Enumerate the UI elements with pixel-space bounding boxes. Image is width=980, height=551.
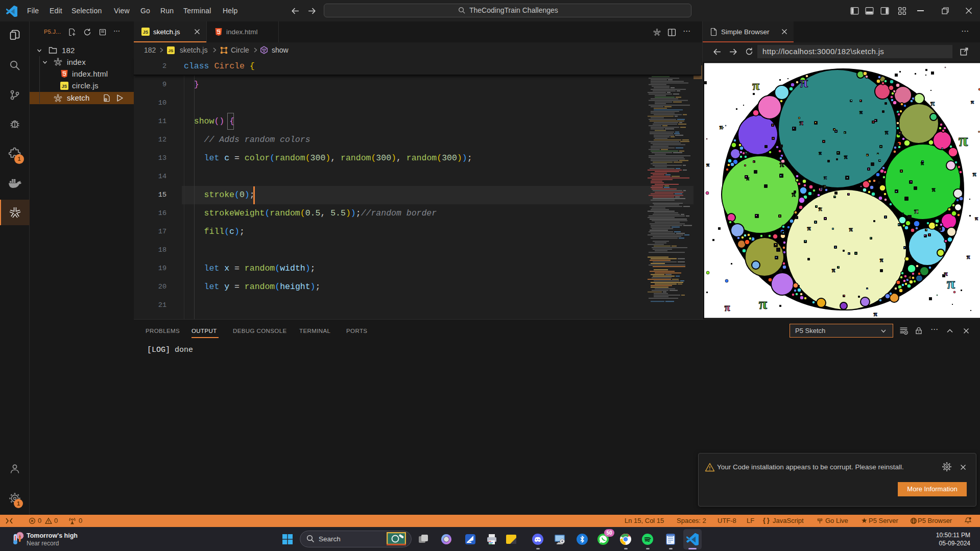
svg-text:π: π xyxy=(944,270,947,277)
svg-text:π: π xyxy=(759,295,768,312)
svg-text:1: 1 xyxy=(19,534,21,538)
svg-text:π: π xyxy=(823,183,826,189)
svg-text:π: π xyxy=(792,190,796,198)
svg-text:π: π xyxy=(900,210,903,218)
svg-text:π: π xyxy=(975,215,978,221)
svg-text:π: π xyxy=(819,150,822,156)
svg-text:π: π xyxy=(921,160,924,166)
svg-text:π: π xyxy=(844,153,848,160)
svg-text:π: π xyxy=(720,124,723,131)
svg-text:π: π xyxy=(972,170,976,178)
svg-text:π: π xyxy=(947,275,955,292)
svg-text:π: π xyxy=(762,231,766,237)
svg-text:π: π xyxy=(930,99,935,107)
svg-text:π: π xyxy=(807,224,810,232)
svg-text:π: π xyxy=(799,119,803,127)
svg-text:π: π xyxy=(780,160,784,169)
svg-text:π: π xyxy=(800,74,808,90)
svg-text:π: π xyxy=(873,310,877,318)
svg-text:π: π xyxy=(725,302,730,313)
svg-text:π: π xyxy=(932,186,936,193)
svg-text:π: π xyxy=(959,131,968,150)
svg-text:π: π xyxy=(880,256,883,263)
svg-text:π: π xyxy=(706,161,709,167)
svg-text:π: π xyxy=(849,225,852,233)
svg-text:π: π xyxy=(859,109,863,115)
svg-text:π: π xyxy=(967,253,970,260)
svg-text:π: π xyxy=(824,174,827,180)
svg-text:π: π xyxy=(819,184,823,192)
svg-text:π: π xyxy=(971,99,974,105)
svg-text:π: π xyxy=(832,267,835,274)
svg-text:π: π xyxy=(885,129,889,136)
svg-text:π: π xyxy=(907,273,912,281)
svg-text:π: π xyxy=(746,175,749,181)
svg-text:π: π xyxy=(818,205,822,212)
svg-text:π: π xyxy=(914,207,919,215)
svg-text:π: π xyxy=(752,78,759,93)
